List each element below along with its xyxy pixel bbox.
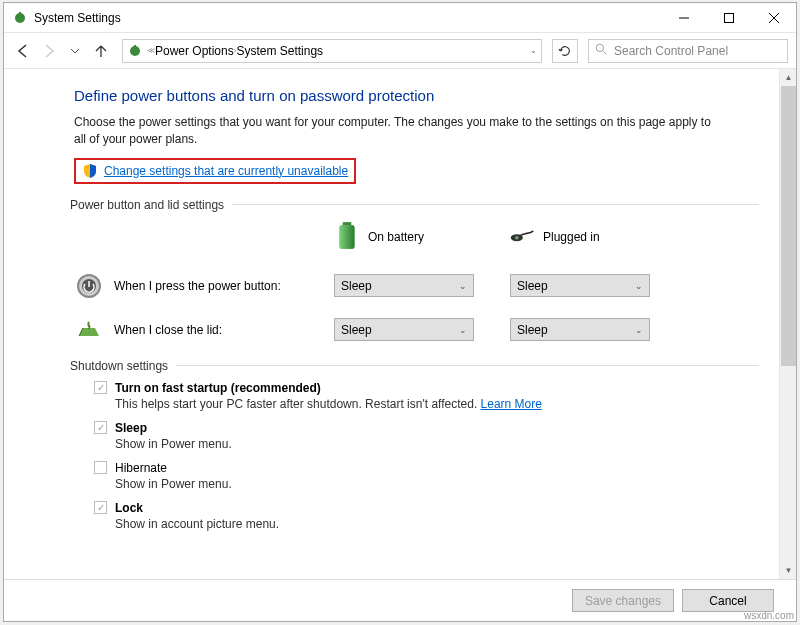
change-settings-link-highlight: Change settings that are currently unava… [74, 158, 356, 184]
chevron-down-icon: ⌄ [635, 281, 643, 291]
lid-label: When I close the lid: [114, 323, 334, 337]
svg-line-9 [603, 51, 606, 54]
search-placeholder: Search Control Panel [614, 44, 728, 58]
power-button-section-label: Power button and lid settings [70, 198, 759, 212]
fast-startup-option: Turn on fast startup (recommended) This … [94, 381, 759, 411]
minimize-button[interactable] [661, 3, 706, 32]
titlebar: System Settings [4, 3, 796, 33]
lock-label: Lock [115, 501, 143, 515]
watermark: wsxdn.com [744, 610, 794, 621]
on-battery-header: On battery [334, 220, 509, 255]
search-input[interactable]: Search Control Panel [588, 39, 788, 63]
svg-rect-3 [724, 13, 733, 22]
sleep-label: Sleep [115, 421, 147, 435]
refresh-button[interactable] [552, 39, 578, 63]
main-content: Define power buttons and turn on passwor… [4, 69, 779, 579]
svg-point-14 [515, 236, 518, 239]
content-area: Define power buttons and turn on passwor… [4, 69, 796, 579]
scroll-down-icon[interactable]: ▼ [780, 562, 796, 579]
fast-startup-checkbox[interactable] [94, 381, 107, 394]
recent-dropdown[interactable] [64, 40, 86, 62]
lock-desc: Show in account picture menu. [115, 517, 759, 531]
power-button-icon [74, 271, 104, 301]
hibernate-option: Hibernate Show in Power menu. [94, 461, 759, 491]
plug-icon [509, 220, 535, 255]
sleep-option: Sleep Show in Power menu. [94, 421, 759, 451]
back-button[interactable] [12, 40, 34, 62]
close-button[interactable] [751, 3, 796, 32]
forward-button[interactable] [38, 40, 60, 62]
scrollbar-thumb[interactable] [781, 86, 796, 366]
lock-option: Lock Show in account picture menu. [94, 501, 759, 531]
breadcrumb-sep-icon: ≪ [147, 46, 155, 55]
hibernate-desc: Show in Power menu. [115, 477, 759, 491]
power-columns-header: On battery Plugged in [74, 220, 759, 255]
breadcrumb-item[interactable]: System Settings [236, 44, 323, 58]
power-button-plugged-select[interactable]: Sleep⌄ [510, 274, 650, 297]
lid-icon [74, 315, 104, 345]
chevron-down-icon: ⌄ [459, 325, 467, 335]
change-settings-link[interactable]: Change settings that are currently unava… [104, 164, 348, 178]
chevron-down-icon: ⌄ [459, 281, 467, 291]
window: System Settings ≪ Power Options › System… [3, 2, 797, 622]
chevron-down-icon[interactable]: ⌄ [530, 46, 537, 55]
learn-more-link[interactable]: Learn More [481, 397, 542, 411]
app-icon [12, 10, 28, 26]
scroll-up-icon[interactable]: ▲ [780, 69, 796, 86]
fast-startup-desc: This helps start your PC faster after sh… [115, 397, 759, 411]
svg-point-8 [596, 44, 603, 51]
on-battery-label: On battery [368, 230, 424, 244]
power-options-icon [127, 43, 143, 59]
vertical-scrollbar[interactable]: ▲ ▼ [779, 69, 796, 579]
plugged-in-label: Plugged in [543, 230, 600, 244]
breadcrumb-item[interactable]: Power Options [155, 44, 234, 58]
svg-rect-10 [343, 222, 352, 225]
shutdown-settings-list: Turn on fast startup (recommended) This … [94, 381, 759, 531]
page-subtitle: Choose the power settings that you want … [74, 114, 714, 148]
hibernate-label: Hibernate [115, 461, 167, 475]
power-button-label: When I press the power button: [114, 279, 334, 293]
window-buttons [661, 3, 796, 32]
lid-row: When I close the lid: Sleep⌄ Sleep⌄ [74, 315, 759, 345]
window-title: System Settings [34, 11, 661, 25]
lock-checkbox[interactable] [94, 501, 107, 514]
address-bar[interactable]: ≪ Power Options › System Settings ⌄ [122, 39, 542, 63]
page-title: Define power buttons and turn on passwor… [74, 87, 759, 104]
shutdown-section-label: Shutdown settings [70, 359, 759, 373]
battery-icon [334, 220, 360, 255]
svg-rect-12 [340, 225, 355, 248]
shield-icon [82, 163, 98, 179]
chevron-down-icon: ⌄ [635, 325, 643, 335]
footer: Save changes Cancel [4, 579, 796, 621]
fast-startup-label: Turn on fast startup (recommended) [115, 381, 321, 395]
lid-plugged-select[interactable]: Sleep⌄ [510, 318, 650, 341]
maximize-button[interactable] [706, 3, 751, 32]
hibernate-checkbox[interactable] [94, 461, 107, 474]
sleep-checkbox[interactable] [94, 421, 107, 434]
sleep-desc: Show in Power menu. [115, 437, 759, 451]
toolbar: ≪ Power Options › System Settings ⌄ Sear… [4, 33, 796, 69]
lid-battery-select[interactable]: Sleep⌄ [334, 318, 474, 341]
up-button[interactable] [90, 40, 112, 62]
search-icon [595, 43, 608, 59]
save-button[interactable]: Save changes [572, 589, 674, 612]
plugged-in-header: Plugged in [509, 220, 684, 255]
power-button-battery-select[interactable]: Sleep⌄ [334, 274, 474, 297]
svg-rect-7 [134, 45, 136, 50]
svg-rect-1 [19, 12, 21, 17]
power-button-row: When I press the power button: Sleep⌄ Sl… [74, 271, 759, 301]
cancel-button[interactable]: Cancel [682, 589, 774, 612]
